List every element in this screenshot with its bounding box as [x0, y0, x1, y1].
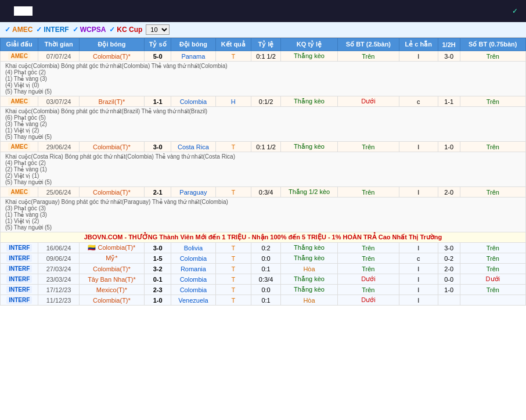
cell-score: 0-1	[145, 274, 171, 285]
cell-lechan: I	[399, 274, 438, 285]
cell-date: 27/03/24	[38, 264, 79, 274]
cell-bt25: Dưới	[338, 274, 399, 285]
cell-score: 1-1	[145, 96, 171, 107]
cell-home: Colombia(T)*	[79, 142, 144, 152]
col-time: Thời gian	[38, 38, 79, 51]
filter-wcpsa[interactable]: ✓ WCPSA	[73, 26, 106, 34]
col-home: Đội bóng	[79, 38, 144, 51]
cell-lechan: I	[399, 295, 438, 306]
cell-category: INTERF	[1, 253, 38, 264]
cell-half: 3-0	[438, 51, 460, 62]
cell-category: INTERF	[1, 264, 38, 274]
col-ratio: Tỷ lệ	[251, 38, 281, 51]
filter-kccup[interactable]: ✓ KC Cup	[109, 26, 142, 34]
cell-kq: Thắng kèo	[281, 243, 338, 253]
show-note[interactable]: ✓	[512, 7, 520, 15]
table-row: AMEC 07/07/24 Colombia(T)* 5-0 Panama T …	[1, 51, 526, 62]
cell-lechan: I	[399, 243, 438, 253]
cell-half: 1-0	[438, 285, 460, 295]
cell-half: 0-2	[438, 253, 460, 264]
cell-ratio: 0:3/4	[251, 274, 281, 285]
detail-cell: Khai cuộc(Colombia) Bóng phát góc thứ nh…	[1, 62, 526, 96]
cell-half: 2-0	[438, 187, 460, 198]
col-league: Giải đấu	[1, 38, 38, 51]
cell-date: 03/07/24	[38, 96, 79, 107]
cell-ratio: 0:3/4	[251, 187, 281, 198]
filter-interf[interactable]: ✓ INTERF	[36, 26, 69, 34]
filter-kccup-label: KC Cup	[117, 26, 142, 34]
col-bt25: Số BT (2.5bàn)	[338, 38, 399, 51]
detail-row: Khai cuộc(Costa Rica) Bóng phát góc thứ …	[1, 152, 526, 187]
cell-bt075: Dưới	[460, 274, 525, 285]
detail-cell: Khai cuộc(Paraguay) Bóng phát góc thứ nh…	[1, 198, 526, 232]
cell-away: Panama	[171, 51, 215, 62]
promo-text: JBOVN.COM - THƯỞNG Thành Viên Mới đến 1 …	[1, 232, 526, 243]
cell-home: Colombia(T)*	[79, 264, 144, 274]
cell-ratio: 0:1/2	[251, 96, 281, 107]
col-result: Kết quả	[215, 38, 251, 51]
table-row: INTERF 09/06/24 Mỹ* 1-5 Colombia T 0:0 T…	[1, 253, 526, 264]
cell-category: AMEC	[1, 187, 38, 198]
check-icon: ✓	[512, 7, 518, 15]
cell-bt25: Trên	[338, 187, 399, 198]
cell-lechan: c	[399, 253, 438, 264]
check-amec-icon: ✓	[5, 26, 10, 34]
cell-kq: Thắng kèo	[281, 142, 338, 152]
cell-bt25: Trên	[338, 51, 399, 62]
cell-category: INTERF	[1, 285, 38, 295]
cell-bt075: Trên	[460, 243, 525, 253]
col-bt075: Số BT (0.75bàn)	[460, 38, 525, 51]
cell-date: 16/06/24	[38, 243, 79, 253]
cell-result: T	[215, 51, 251, 62]
cell-home: Colombia(T)*	[79, 187, 144, 198]
table-row: INTERF 17/12/23 Mexico(T)* 2-3 Colombia …	[1, 285, 526, 295]
recent-select[interactable]: 10 20 30	[146, 24, 170, 35]
cell-away: Colombia	[171, 285, 215, 295]
cell-result: T	[215, 264, 251, 274]
cell-date: 17/12/23	[38, 285, 79, 295]
cell-bt25: Dưới	[338, 295, 399, 306]
cell-home: Mexico(T)*	[79, 285, 144, 295]
detail-cell: Khai cuộc(Colombia) Bóng phát góc thứ nh…	[1, 107, 526, 142]
cell-away: Colombia	[171, 253, 215, 264]
cell-away: Colombia	[171, 96, 215, 107]
filter-amec[interactable]: ✓ AMEC	[5, 26, 33, 34]
col-away: Đội bóng	[171, 38, 215, 51]
cell-bt25: Dưới	[338, 96, 399, 107]
cell-result: T	[215, 253, 251, 264]
cell-half: 1-0	[438, 142, 460, 152]
cell-away: Costa Rica	[171, 142, 215, 152]
cell-ratio: 0:1 1/2	[251, 51, 281, 62]
cell-result: T	[215, 285, 251, 295]
filter-amec-label: AMEC	[12, 26, 33, 34]
cell-score: 5-0	[145, 51, 171, 62]
cell-date: 25/06/24	[38, 187, 79, 198]
cell-ratio: 0:1	[251, 295, 281, 306]
cell-result: T	[215, 187, 251, 198]
table-row: AMEC 29/06/24 Colombia(T)* 3-0 Costa Ric…	[1, 142, 526, 152]
cell-category: INTERF	[1, 243, 38, 253]
cell-bt25: Trên	[338, 285, 399, 295]
cell-home: Mỹ*	[79, 253, 144, 264]
cell-ratio: 0:2	[251, 243, 281, 253]
cell-result: T	[215, 274, 251, 285]
tab-total[interactable]	[14, 6, 33, 16]
cell-kq: Hòa	[281, 295, 338, 306]
cell-score: 2-3	[145, 285, 171, 295]
cell-date: 09/06/24	[38, 253, 79, 264]
cell-lechan: c	[399, 96, 438, 107]
scores-table: Giải đấu Thời gian Đội bóng Tỷ số Đội bó…	[0, 38, 526, 306]
cell-home: Colombia(T)*	[79, 51, 144, 62]
cell-bt075: Trên	[460, 142, 525, 152]
cell-bt075: Trên	[460, 187, 525, 198]
cell-away: Colombia	[171, 274, 215, 285]
cell-ratio: 0:0	[251, 253, 281, 264]
detail-row: Khai cuộc(Colombia) Bóng phát góc thứ nh…	[1, 107, 526, 142]
cell-bt075	[460, 295, 525, 306]
app-container: ✓ ✓ AMEC ✓ INTERF ✓ WCPSA ✓ KC Cup 10 20…	[0, 0, 526, 306]
tab-away[interactable]	[33, 6, 51, 16]
check-interf-icon: ✓	[36, 26, 42, 34]
cell-half: 2-0	[438, 264, 460, 274]
cell-home: Colombia(T)*	[79, 295, 144, 306]
cell-bt075: Trên	[460, 96, 525, 107]
